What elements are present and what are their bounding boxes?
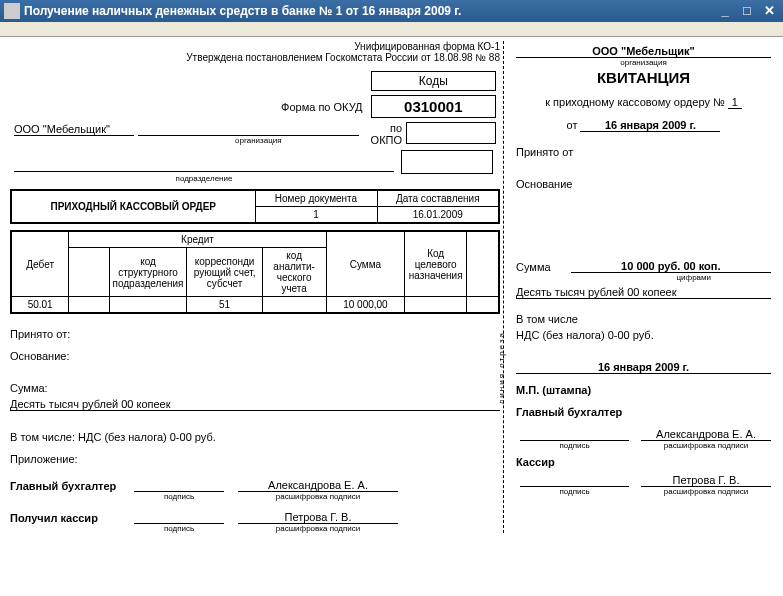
sum-words: Десять тысяч рублей 00 копеек [10,398,500,411]
chief-acc-label: Главный бухгалтер [10,480,130,492]
incl-label: В том числе: НДС (без налога) 0-00 руб. [10,431,500,443]
col-sum: Сумма [326,231,405,297]
order-form: Унифицированная форма КО-1 Утверждена по… [10,41,500,533]
accounting-table: Дебет Кредит Сумма Код целевого назначен… [10,230,500,314]
receipt-sum-label: Сумма [516,261,551,273]
cut-line: линия отреза [500,41,508,533]
col-credit: Кредит [69,231,326,248]
approved-line: Утверждена постановлением Госкомстата Ро… [10,52,500,63]
cell-corr: 51 [187,297,262,314]
col-blank [467,231,499,297]
receipt-cashier-name: Петрова Г. В. [641,474,771,487]
okpo-label: по ОКПО [371,122,406,146]
document-page: Унифицированная форма КО-1 Утверждена по… [0,37,783,543]
receipt-chief-acc: Главный бухгалтер [516,406,771,418]
maximize-button[interactable]: □ [737,3,757,19]
close-button[interactable]: ✕ [759,3,779,19]
col-corr: корреспонди рующий счет, субсчет [187,248,262,297]
cell-debit: 50.01 [11,297,69,314]
dept-value [14,161,394,172]
receipt-basis-label: Основание [516,178,771,190]
okpo-value [407,123,496,144]
receipt-title: КВИТАНЦИЯ [516,69,771,86]
receipt-sum-value: 10 000 руб. 00 коп. [571,260,771,273]
receipt-org-label: организация [516,58,771,67]
receipt-incl-value: НДС (без налога) 0-00 руб. [516,329,771,341]
receipt-incl-label: В том числе [516,313,771,325]
doc-num-label: Номер документа [255,190,377,207]
table-row: 50.01 51 10 000,00 [11,297,499,314]
cell-purpose [405,297,467,314]
receipt: ООО "Мебельщик" организация КВИТАНЦИЯ к … [508,41,771,533]
col-struct: код структурного подразделения [109,248,187,297]
col-anal: код аналити- ческого учета [262,248,326,297]
toolbar [0,22,783,37]
col-purpose: Код целевого назначения [405,231,467,297]
app-icon [4,3,20,19]
okud-value: 0310001 [371,96,495,118]
col-debit: Дебет [11,231,69,297]
receipt-digits-label: цифрами [516,273,771,282]
basis-label: Основание: [10,350,500,362]
okud-label: Форма по ОКУД [10,93,367,120]
dept-label: подразделение [14,174,394,183]
attach-label: Приложение: [10,453,500,465]
receipt-chief-name: Александрова Е. А. [641,428,771,441]
window: Получение наличных денежных средств в ба… [0,0,783,543]
receipt-sum-words: Десять тысяч рублей 00 копеек [516,286,771,299]
receipt-cashier: Кассир [516,456,771,468]
sum-label: Сумма: [10,382,500,394]
receipt-to-order: к приходному кассовому ордеру № [545,96,725,108]
cashier-label: Получил кассир [10,512,130,524]
titlebar: Получение наличных денежных средств в ба… [0,0,783,22]
cashier-name: Петрова Г. В. [238,511,398,524]
doc-num: 1 [255,207,377,224]
receipt-date-label: от [567,119,578,131]
receipt-stamp: М.П. (штампа) [516,384,771,396]
org-label: организация [14,136,363,145]
cut-label: линия отреза [497,331,506,404]
minimize-button[interactable]: _ [715,3,735,19]
receipt-org: ООО "Мебельщик" [516,45,771,58]
order-title: ПРИХОДНЫЙ КАССОВЫЙ ОРДЕР [11,190,255,223]
cell-anal [262,297,326,314]
received-from-label: Принято от: [10,328,500,340]
codes-header: Коды [371,72,495,91]
doc-date: 16.01.2009 [377,207,499,224]
receipt-date: 16 января 2009 г. [580,119,720,132]
unified-form-line: Унифицированная форма КО-1 [10,41,500,52]
cell-struct [109,297,187,314]
chief-acc-name: Александрова Е. А. [238,479,398,492]
receipt-date2: 16 января 2009 г. [516,361,771,374]
receipt-received-label: Принято от [516,146,771,158]
window-title: Получение наличных денежных средств в ба… [24,4,461,18]
org-name: ООО "Мебельщик" [14,123,134,136]
receipt-order-num: 1 [728,96,742,109]
cell-sum: 10 000,00 [326,297,405,314]
date-label: Дата составления [377,190,499,207]
